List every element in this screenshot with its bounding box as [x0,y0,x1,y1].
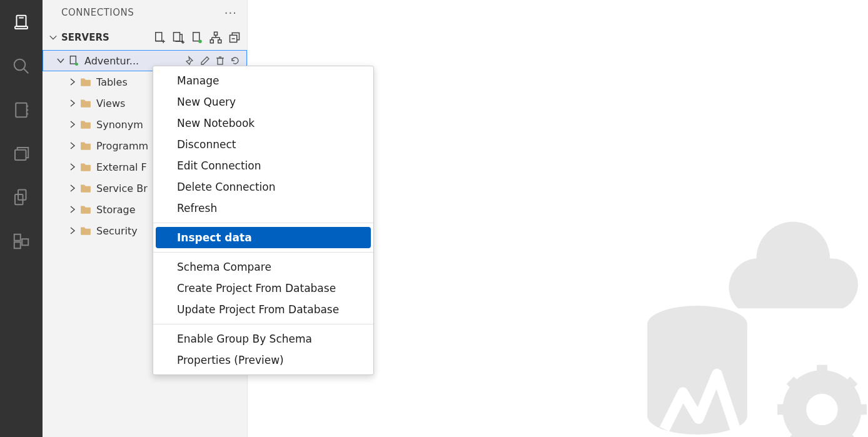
svg-point-34 [75,63,78,66]
server-icon [68,55,79,66]
chevron-right-icon [68,162,78,172]
delete-icon[interactable] [215,56,225,66]
svg-rect-45 [777,404,793,415]
more-actions-icon[interactable]: ··· [225,6,237,19]
edit-icon[interactable] [200,56,210,66]
svg-point-42 [806,394,837,425]
context-menu: ManageNew QueryNew NotebookDisconnectEdi… [153,66,374,375]
menu-item[interactable]: Inspect data [156,227,371,248]
activity-notebook-icon[interactable] [9,98,34,123]
svg-rect-1 [15,26,28,29]
tree-item-label: Views [96,98,125,109]
chevron-right-icon [68,77,78,87]
new-group-icon[interactable] [172,31,184,44]
svg-line-4 [24,69,29,74]
svg-rect-46 [851,404,867,415]
svg-rect-35 [218,58,223,64]
chevron-down-icon [49,33,58,42]
servers-label: SERVERS [61,32,153,43]
tree-item-label: Synonym [96,119,143,131]
folder-icon [80,161,91,173]
connected-server-icon[interactable] [191,31,203,44]
svg-rect-26 [218,40,221,43]
svg-rect-24 [214,32,218,35]
menu-item[interactable]: Manage [153,70,373,91]
server-row-actions [185,56,246,66]
menu-item[interactable]: Disconnect [153,134,373,155]
svg-rect-5 [16,103,27,118]
activity-explorer-icon[interactable] [9,141,34,166]
menu-separator [153,223,373,223]
svg-rect-22 [193,33,199,41]
svg-point-3 [14,59,26,71]
tree-item-label: Programm [96,140,148,152]
tree-item-label: External F [96,161,147,173]
folder-icon [80,140,91,151]
svg-rect-33 [70,56,76,64]
activity-source-control-icon[interactable] [9,185,34,210]
activity-connections-icon[interactable] [9,10,34,35]
menu-item[interactable]: Delete Connection [153,176,373,198]
menu-item[interactable]: Properties (Preview) [153,349,373,371]
chevron-right-icon [68,119,78,129]
server-name-label: Adventur... [84,55,139,67]
menu-item[interactable]: Update Project From Database [153,299,373,320]
menu-item[interactable]: Refresh [153,198,373,219]
menu-item[interactable]: Edit Connection [153,155,373,176]
servers-section-header[interactable]: SERVERS [43,25,247,50]
sidebar-header: CONNECTIONS ··· [43,0,247,25]
svg-rect-14 [22,239,28,245]
watermark-logo [605,199,868,437]
hierarchy-icon[interactable] [209,31,222,44]
sidebar-title: CONNECTIONS [61,7,134,18]
svg-rect-19 [174,33,180,41]
folder-icon [80,119,91,130]
folder-icon [80,225,91,236]
menu-item[interactable]: New Notebook [153,113,373,134]
menu-item[interactable]: Schema Compare [153,256,373,278]
svg-point-23 [198,40,202,44]
svg-rect-25 [210,40,213,43]
tree-item-label: Storage [96,204,136,216]
menu-item[interactable]: Enable Group By Schema [153,328,373,349]
servers-toolbar [153,31,241,44]
chevron-right-icon [68,226,78,236]
new-connection-icon[interactable] [153,31,166,44]
chevron-right-icon [68,204,78,214]
pin-icon[interactable] [185,56,195,66]
tree-item-label: Service Br [96,183,148,194]
chevron-down-icon [56,56,66,66]
folder-icon [80,204,91,215]
chevron-right-icon [68,183,78,193]
activity-extensions-icon[interactable] [9,229,34,254]
svg-rect-13 [14,242,21,248]
svg-rect-15 [156,33,162,41]
collapse-all-icon[interactable] [228,31,241,44]
menu-item[interactable]: Create Project From Database [153,278,373,299]
folder-icon [80,183,91,194]
svg-rect-43 [817,365,827,381]
svg-rect-9 [15,150,26,160]
tree-item-label: Tables [96,76,128,88]
activity-search-icon[interactable] [9,54,34,79]
menu-separator [153,252,373,253]
tree-item-label: Security [96,225,138,237]
menu-item[interactable]: New Query [153,91,373,113]
svg-rect-12 [14,234,21,241]
refresh-icon[interactable] [230,56,240,66]
chevron-right-icon [68,98,78,108]
folder-icon [80,98,91,109]
activity-bar [0,0,43,437]
menu-separator [153,324,373,324]
folder-icon [80,76,91,88]
svg-rect-0 [17,16,26,27]
chevron-right-icon [68,141,78,151]
